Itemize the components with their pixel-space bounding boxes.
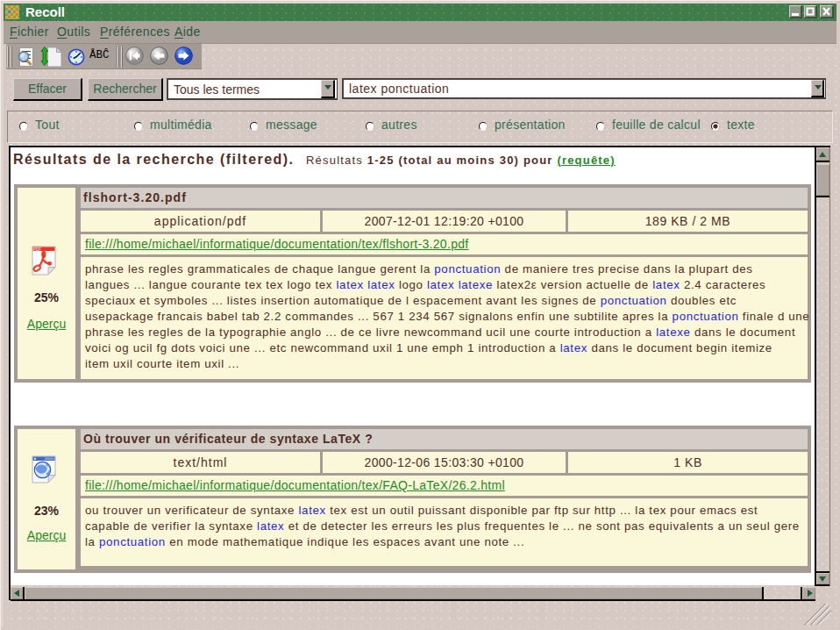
svg-text:PDF: PDF [33, 247, 41, 252]
